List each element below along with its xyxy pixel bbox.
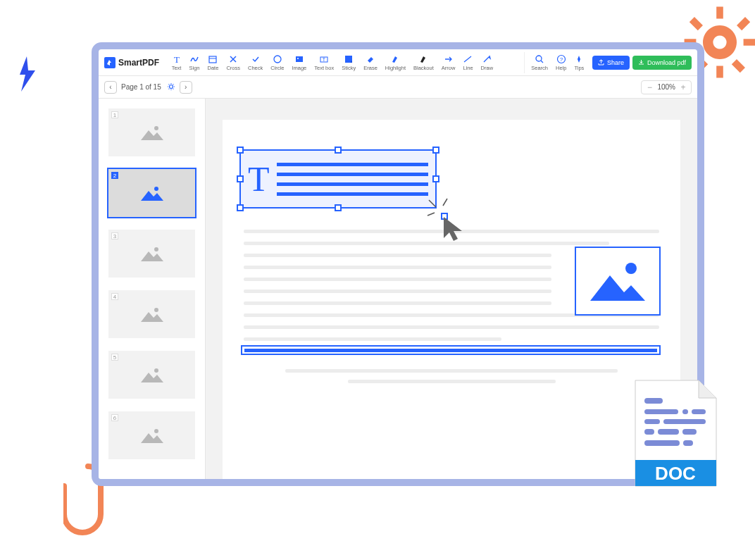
zoom-out-button[interactable]: − xyxy=(644,82,654,92)
cross-icon xyxy=(228,54,238,64)
resize-handle[interactable] xyxy=(335,204,342,211)
tool-label: Blackout xyxy=(413,65,434,71)
page[interactable]: T xyxy=(223,120,680,479)
selected-textbox[interactable]: T xyxy=(239,149,437,209)
tool-arrow[interactable]: Arrow xyxy=(437,52,459,73)
thumbnail-1[interactable]: 1 xyxy=(108,108,195,156)
tool-highlight[interactable]: Highlight xyxy=(381,52,409,73)
share-label: Share xyxy=(607,59,624,66)
thumb-number: 4 xyxy=(111,293,118,300)
tool-sign[interactable]: Sign xyxy=(185,52,204,73)
thumb-image-icon xyxy=(138,304,166,325)
download-label: Download pdf xyxy=(647,59,686,66)
resize-handle[interactable] xyxy=(237,175,244,182)
circle-icon xyxy=(273,54,282,64)
thumbnail-5[interactable]: 5 xyxy=(108,351,195,399)
image-placeholder[interactable] xyxy=(575,247,661,316)
thumbnail-2[interactable]: 2 xyxy=(108,169,195,217)
thumb-image-icon xyxy=(138,364,166,385)
tool-date[interactable]: Date xyxy=(204,52,223,73)
highlighted-line[interactable] xyxy=(241,345,661,355)
tool-label: Image xyxy=(292,65,306,71)
pager: ‹ Page 1 of 15 › xyxy=(104,81,192,94)
resize-handle[interactable] xyxy=(237,204,244,211)
resize-handle[interactable] xyxy=(432,147,439,154)
help-icon: ? xyxy=(556,54,566,64)
svg-rect-34 xyxy=(682,429,697,435)
textbox-icon: T xyxy=(319,54,329,64)
textbox-lines xyxy=(277,163,428,196)
thumb-number: 1 xyxy=(111,111,118,118)
highlight-icon xyxy=(390,54,400,64)
svg-point-20 xyxy=(154,368,158,373)
tool-label: Cross xyxy=(226,65,240,71)
tool-line[interactable]: Line xyxy=(459,52,477,73)
zoom-in-button[interactable]: + xyxy=(678,82,688,92)
text-glyph-icon: T xyxy=(248,161,270,197)
util-help[interactable]: ?Help xyxy=(551,52,570,73)
svg-line-24 xyxy=(428,213,435,216)
tips-icon xyxy=(574,54,584,64)
svg-rect-29 xyxy=(692,409,706,414)
thumbnail-4[interactable]: 4 xyxy=(108,290,195,338)
doc-file-badge: DOC xyxy=(632,377,720,492)
tool-image[interactable]: Image xyxy=(288,52,311,73)
svg-point-4 xyxy=(274,56,281,63)
thumb-number: 2 xyxy=(111,172,118,179)
svg-rect-28 xyxy=(682,409,688,414)
svg-rect-2 xyxy=(209,56,216,63)
doc-badge-text: DOC xyxy=(655,463,696,484)
erase-icon xyxy=(366,54,375,64)
resize-handle[interactable] xyxy=(432,175,439,182)
tool-cross[interactable]: Cross xyxy=(223,52,244,73)
brand: SmartPDF xyxy=(104,57,168,68)
tool-label: Sign xyxy=(189,65,200,71)
svg-rect-26 xyxy=(644,398,663,404)
page-settings-icon[interactable] xyxy=(167,82,175,92)
tools-group: TTextSignDateCrossCheckCircleImageTText … xyxy=(168,52,521,73)
tool-erase[interactable]: Erase xyxy=(360,52,382,73)
page-indicator: Page 1 of 15 xyxy=(121,83,161,91)
tool-textbox[interactable]: TText box xyxy=(311,52,338,73)
cursor-icon xyxy=(441,214,469,245)
util-search[interactable]: Search xyxy=(528,52,552,73)
thumbnail-6[interactable]: 6 xyxy=(108,411,195,459)
tool-check[interactable]: Check xyxy=(244,52,266,73)
resize-handle[interactable] xyxy=(335,147,342,154)
bolt-decoration-icon xyxy=(14,56,39,92)
svg-point-16 xyxy=(154,126,158,130)
util-tools-group: Search?HelpTips xyxy=(524,52,588,73)
svg-point-19 xyxy=(154,308,158,312)
tool-label: Check xyxy=(248,65,263,71)
thumb-number: 5 xyxy=(111,354,118,361)
next-page-button[interactable]: › xyxy=(180,81,192,94)
svg-point-6 xyxy=(297,58,299,59)
svg-point-17 xyxy=(154,187,158,191)
svg-rect-31 xyxy=(663,419,706,424)
thumbnail-3[interactable]: 3 xyxy=(108,230,195,278)
download-button[interactable]: Download pdf xyxy=(632,56,692,70)
share-button[interactable]: Share xyxy=(592,56,630,70)
check-icon xyxy=(251,54,261,64)
app-window: SmartPDF TTextSignDateCrossCheckCircleIm… xyxy=(92,42,704,486)
util-tips[interactable]: Tips xyxy=(570,52,588,73)
tool-sticky[interactable]: Sticky xyxy=(338,52,360,73)
thumb-number: 6 xyxy=(111,414,118,421)
resize-handle[interactable] xyxy=(237,147,244,154)
prev-page-button[interactable]: ‹ xyxy=(104,81,117,94)
tool-draw[interactable]: Draw xyxy=(477,52,497,73)
svg-point-11 xyxy=(536,56,542,61)
svg-line-22 xyxy=(429,200,436,207)
tool-label: Highlight xyxy=(385,65,406,71)
tool-label: Circle xyxy=(270,65,284,71)
canvas-area[interactable]: T xyxy=(206,99,697,479)
image-icon xyxy=(586,257,649,305)
blackout-icon xyxy=(418,54,428,64)
tool-circle[interactable]: Circle xyxy=(267,52,288,73)
tool-blackout[interactable]: Blackout xyxy=(410,52,438,73)
subbar: ‹ Page 1 of 15 › − 100% + xyxy=(99,76,697,99)
tool-text[interactable]: TText xyxy=(168,52,185,73)
svg-rect-35 xyxy=(644,440,680,446)
tool-label: Draw xyxy=(481,65,494,71)
thumb-image-icon xyxy=(138,425,166,446)
